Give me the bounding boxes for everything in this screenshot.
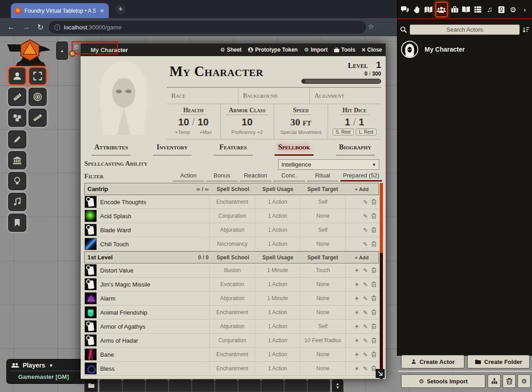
create-actor-button[interactable]: Create Actor <box>401 355 464 368</box>
token-tool-button[interactable] <box>8 67 26 85</box>
delete-spell-icon[interactable] <box>372 282 376 288</box>
prepare-spell-icon[interactable]: ☀ <box>354 324 359 330</box>
alignment-field[interactable]: Alignment <box>310 88 381 104</box>
tab-features[interactable]: Features <box>203 143 264 157</box>
delete-spell-icon[interactable] <box>372 338 376 344</box>
edit-spell-icon[interactable]: ✎ <box>363 227 368 233</box>
spell-name[interactable]: Blade Ward <box>97 227 209 234</box>
prepare-spell-icon[interactable]: ☀ <box>354 352 359 358</box>
macro-slot[interactable] <box>215 379 238 392</box>
delete-spell-icon[interactable] <box>372 268 376 274</box>
filter-prepared-52-[interactable]: Prepared (52) <box>340 172 382 182</box>
actor-list-item[interactable]: My Character <box>397 38 532 61</box>
macro-slot[interactable] <box>284 379 307 392</box>
tiles-tool-button[interactable] <box>8 109 26 127</box>
scroll-icon[interactable] <box>85 264 97 276</box>
level-value[interactable]: 1 <box>376 60 381 70</box>
animal-friendship-icon[interactable] <box>85 306 97 318</box>
ruler-tool-button[interactable] <box>29 109 47 127</box>
macro-slot[interactable] <box>169 379 192 392</box>
hd-max[interactable]: 1 <box>358 116 364 128</box>
hd-current[interactable]: 1 <box>345 116 350 128</box>
tab-actors[interactable] <box>435 2 448 17</box>
filter-reaction[interactable]: Reaction <box>240 172 271 182</box>
scroll-icon[interactable] <box>85 335 97 346</box>
delete-spell-icon[interactable] <box>372 213 376 220</box>
prototype-token-button[interactable]: Prototype Token <box>248 47 298 53</box>
tab-close-icon[interactable]: ✕ <box>99 8 105 14</box>
delete-spell-icon[interactable] <box>372 227 376 234</box>
tab-attributes[interactable]: Attributes <box>81 143 142 157</box>
tab-scenes[interactable] <box>424 3 434 16</box>
notes-tool-button[interactable] <box>8 214 26 232</box>
filter-bonus[interactable]: Bonus <box>206 172 238 182</box>
prepare-spell-icon[interactable]: ☀ <box>354 296 359 301</box>
prepare-spell-icon[interactable]: ☀ <box>354 268 359 273</box>
prepare-spell-icon[interactable]: ☀ <box>354 366 359 372</box>
back-button[interactable]: ← <box>7 23 15 32</box>
delete-spell-icon[interactable] <box>372 241 376 248</box>
drawings-tool-button[interactable] <box>8 130 26 148</box>
close-window-button[interactable]: ×Close <box>362 46 382 53</box>
bless-icon[interactable] <box>85 363 97 374</box>
delete-spell-icon[interactable] <box>372 310 376 316</box>
chill-touch-icon[interactable] <box>85 238 97 250</box>
delete-spell-icon[interactable] <box>372 199 376 206</box>
url-bar[interactable]: i localhost:30000/game <box>49 21 366 33</box>
macro-slot[interactable] <box>238 379 261 392</box>
temp-hp-label[interactable]: +Temp <box>175 129 190 135</box>
hotbar-page-button[interactable]: ▲▼ <box>332 379 343 392</box>
sounds-tool-button[interactable] <box>8 193 26 211</box>
info-icon[interactable]: i <box>54 24 60 30</box>
special-movement-label[interactable]: Special Movement <box>281 129 322 135</box>
max-hp-label[interactable]: +Max <box>199 129 212 135</box>
character-name[interactable]: My Character <box>169 63 263 80</box>
edit-spell-icon[interactable]: ✎ <box>363 352 368 358</box>
filter-conc-[interactable]: Conc. <box>273 172 305 182</box>
delete-spell-icon[interactable] <box>372 296 376 302</box>
filter-action[interactable]: Action <box>173 172 204 182</box>
search-input[interactable] <box>410 24 520 35</box>
add-spell-button[interactable]: + Add <box>345 255 378 260</box>
short-rest-button[interactable]: S. Rest <box>333 129 354 135</box>
new-tab-button[interactable]: + <box>116 5 126 14</box>
edit-spell-icon[interactable]: ✎ <box>363 324 368 330</box>
spell-name[interactable]: Arms of Hadar <box>97 337 209 344</box>
speed-value[interactable]: 30 ft <box>290 116 311 128</box>
spell-name[interactable]: Encode Thoughts <box>97 199 209 206</box>
directory-settings-button[interactable]: ⚙ <box>517 374 531 388</box>
prepare-spell-icon[interactable]: ☀ <box>354 338 359 344</box>
tab-items[interactable] <box>450 3 459 16</box>
window-header[interactable]: © G My Character ⚙Sheet Prototype Token … <box>81 43 386 56</box>
tab-spellbook[interactable]: Spellbook <box>264 143 325 157</box>
tab-compendium[interactable] <box>497 3 507 16</box>
macro-slot[interactable] <box>307 379 330 392</box>
spell-slots[interactable]: ∞ / ∞ <box>170 186 210 192</box>
tab-playlists[interactable]: ♫ <box>485 3 495 16</box>
sidebar-collapse-icon[interactable]: › <box>520 3 530 16</box>
macro-slot[interactable] <box>122 379 145 392</box>
tab-tables[interactable] <box>473 3 483 16</box>
spellcasting-ability-select[interactable]: Intelligence ▼ <box>278 159 379 170</box>
tab-chat[interactable] <box>400 3 410 16</box>
edit-spell-icon[interactable]: ✎ <box>363 338 368 344</box>
filter-ritual[interactable]: Ritual <box>307 172 339 182</box>
edit-spell-icon[interactable]: ✎ <box>363 310 368 316</box>
spell-name[interactable]: Chill Touch <box>97 241 209 248</box>
delete-spell-icon[interactable] <box>372 352 376 358</box>
actor-avatar[interactable] <box>401 41 418 58</box>
tab-inventory[interactable]: Inventory <box>142 143 203 157</box>
edit-spell-icon[interactable]: ✎ <box>363 241 368 247</box>
sheet-config-button[interactable]: ⚙Sheet <box>220 47 242 53</box>
edit-spell-icon[interactable]: ✎ <box>363 296 368 301</box>
scrollbar-thumb[interactable] <box>380 183 383 253</box>
target-tool-button[interactable] <box>29 88 47 106</box>
acid-splash-icon[interactable] <box>85 210 97 222</box>
5etools-import-button[interactable]: ⚙ 5etools Import <box>401 374 485 388</box>
forward-button[interactable]: → <box>22 23 30 32</box>
spell-slots[interactable]: 0 / 0 <box>170 254 210 261</box>
spell-name[interactable]: Jim's Magic Missile <box>97 281 209 288</box>
scroll-icon[interactable] <box>85 278 97 290</box>
alarm-icon[interactable] <box>85 292 97 304</box>
spell-name[interactable]: Animal Friendship <box>97 309 209 316</box>
